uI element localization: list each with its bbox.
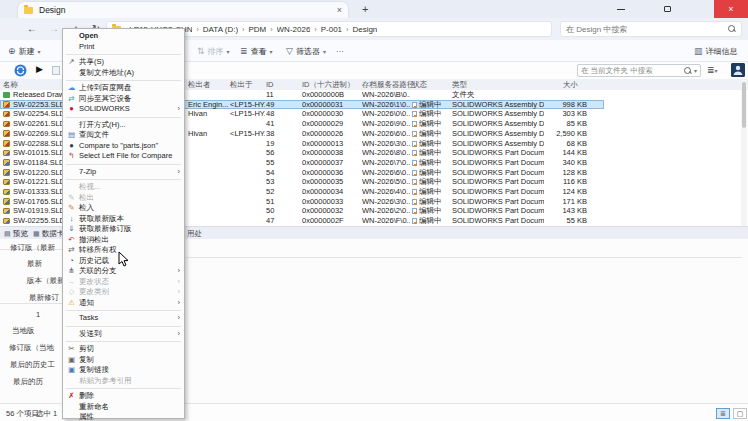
menu-item-baidu-upload[interactable]: ☁上传到百度网盘 <box>63 83 184 94</box>
cell-checked-out-by <box>188 206 229 216</box>
window-maximize-button[interactable] <box>656 0 678 18</box>
cell-checked-out-in <box>230 197 265 207</box>
menu-item-properties[interactable]: 属性 <box>63 412 184 421</box>
menu-item-notify[interactable]: ⚠通知› <box>63 298 184 309</box>
menu-item-copy-file-address[interactable]: 复制文件地址(A) <box>63 68 184 79</box>
breadcrumb-item-1[interactable]: DATA (D:) <box>203 25 238 34</box>
view-button[interactable]: ≣ 查看▾ <box>240 40 273 62</box>
window-minimize-button[interactable] <box>610 0 632 18</box>
menu-item-open-with[interactable]: 打开方式(H)... <box>63 120 184 131</box>
breadcrumb-separator: › <box>314 26 316 33</box>
play-icon[interactable]: ▶ <box>36 64 43 74</box>
datacard-field-label: 最后的历史工 <box>10 360 55 370</box>
pdm-search-chevron-icon[interactable]: ▾ <box>694 67 697 74</box>
menu-item-select-left-compare[interactable]: ↰Select Left File for Compare <box>63 151 184 162</box>
column-header-at[interactable]: 检出于 <box>230 80 253 90</box>
new-tab-button[interactable]: + <box>362 3 368 15</box>
cell-id-hex: 0x0000002F <box>302 216 360 226</box>
breadcrumb-item-2[interactable]: PDM <box>248 25 266 34</box>
menu-item-seven-zip[interactable]: 7-Zip› <box>63 167 184 178</box>
column-header-type[interactable]: 类型 <box>452 80 467 90</box>
menu-item-label: 关联的分支 <box>79 266 117 275</box>
pdm-tool-icon-1[interactable] <box>52 66 60 75</box>
details-pane-button[interactable]: ▥ 详细信息 <box>694 40 738 62</box>
menu-item-get-latest-version[interactable]: ↓获取最新版本 <box>63 214 184 225</box>
window-close-button[interactable]: × <box>714 0 748 18</box>
cell-id: 48 <box>266 109 294 119</box>
menu-item-print[interactable]: Print <box>63 42 184 53</box>
menu-item-copy-link[interactable]: ▣复制链接 <box>63 365 184 376</box>
explorer-tab-design[interactable]: Design × <box>18 2 348 18</box>
breadcrumb-item-4[interactable]: P-001 <box>321 25 342 34</box>
cell-id-hex: 0x00000013 <box>302 139 360 149</box>
menu-item-share[interactable]: ↗共享(S) <box>63 57 184 68</box>
solidworks-file-icon <box>3 208 10 215</box>
forward-icon[interactable]: → <box>46 21 62 37</box>
menu-item-get-latest-revision[interactable]: ⇓获取最新修订版 <box>63 224 184 235</box>
menu-item-label: 获取最新版本 <box>79 214 124 223</box>
column-header-state[interactable]: 状态 <box>412 80 427 90</box>
thumbnail-view-button[interactable]: ▢ <box>733 408 747 419</box>
back-icon[interactable]: ← <box>24 21 40 37</box>
vertical-scrollbar[interactable] <box>741 80 747 226</box>
menu-item-view-file[interactable]: ▤查阅文件 <box>63 130 184 141</box>
menu-item-label: 历史记载 <box>79 256 109 265</box>
menu-item-rename[interactable]: 重新命名 <box>63 402 184 413</box>
menu-item-label: 复制链接 <box>79 365 109 374</box>
cell-id: 56 <box>266 148 294 158</box>
check-in-icon: ✎ <box>66 203 77 214</box>
solidworks-file-icon <box>3 198 10 205</box>
compare-parts-json-icon: ● <box>66 141 77 152</box>
column-header-id[interactable]: ID <box>266 80 274 89</box>
cell-checked-out-in: <LP15-HY... <box>230 100 265 110</box>
cell-type: SOLIDWORKS Assembly Docu... <box>452 139 544 149</box>
tab-close-icon[interactable]: × <box>337 5 342 15</box>
menu-item-label: 复制 <box>79 355 94 364</box>
menu-item-copy[interactable]: ▣复制 <box>63 355 184 366</box>
filter-button[interactable]: ▽ 筛选器▾ <box>286 40 326 62</box>
menu-item-undo-checkout[interactable]: ↶撤消检出 <box>63 235 184 246</box>
breadcrumb-item-3[interactable]: WN-2026 <box>277 25 311 34</box>
column-header-by[interactable]: 检出者 <box>188 80 211 90</box>
state-doc-icon <box>412 121 417 127</box>
cell-id: 52 <box>266 187 294 197</box>
column-header-size[interactable]: 大小 <box>563 80 578 90</box>
pdm-search-input[interactable]: 在 当前文件夹 中搜索 ▾ <box>577 64 701 77</box>
user-avatar[interactable] <box>731 63 745 77</box>
tab-datacard[interactable]: ▦ 数据卡 <box>33 228 64 239</box>
menu-item-tasks[interactable]: Tasks› <box>63 313 184 324</box>
more-button[interactable]: ··· <box>336 40 344 62</box>
menu-item-label: 通知 <box>79 298 94 307</box>
menu-item-cut[interactable]: ✂剪切 <box>63 344 184 355</box>
scrollbar-thumb[interactable] <box>742 82 746 128</box>
column-header-hex[interactable]: ID（十六进制） <box>302 80 355 90</box>
details-view-button[interactable]: ≣ <box>716 408 730 419</box>
breadcrumb-item-5[interactable]: Design <box>352 25 377 34</box>
column-header-name[interactable]: 名称 <box>3 80 18 90</box>
sort-button[interactable]: ⇅ 排序▾ <box>197 40 230 62</box>
cell-checked-out-by <box>188 139 229 149</box>
cell-size: 55 KB <box>545 216 587 226</box>
cell-type: SOLIDWORKS Part Document <box>452 158 544 168</box>
menu-item-solidworks[interactable]: ●SOLIDWORKS› <box>63 104 184 115</box>
pdm-logo-icon[interactable] <box>14 64 27 79</box>
new-button[interactable]: ⊕ 新建▾ <box>8 40 41 62</box>
menu-item-compare-parts-json[interactable]: ●Compare to "parts.json" <box>63 141 184 152</box>
menu-item-sync-devices[interactable]: ⇄同步至其它设备 <box>63 94 184 105</box>
tab-preview[interactable]: ▤ 预览 <box>4 228 28 239</box>
menu-item-delete[interactable]: ✗删除 <box>63 391 184 402</box>
tab-folder-icon <box>24 7 33 14</box>
search-input[interactable]: 在 Design 中搜索 <box>560 21 742 37</box>
tab-fragment[interactable]: 用处 <box>187 229 202 239</box>
cell-id: 11 <box>266 90 294 100</box>
submenu-arrow-icon: › <box>178 329 181 340</box>
column-header-path[interactable]: 存档服务器路径 <box>362 80 415 90</box>
menu-item-check-in[interactable]: ✎检入 <box>63 203 184 214</box>
cell-id-hex: 0x00000038 <box>302 148 360 158</box>
cell-checked-out-in: <LP15-HY... <box>230 109 265 119</box>
menu-item-open[interactable]: Open <box>63 31 184 42</box>
filter-icon: ▽ <box>286 46 293 56</box>
associated-branches-icon: ⋔ <box>66 266 77 277</box>
search-options-icon[interactable]: ≣▾ <box>707 65 718 75</box>
menu-item-send-to[interactable]: 发送到› <box>63 329 184 340</box>
